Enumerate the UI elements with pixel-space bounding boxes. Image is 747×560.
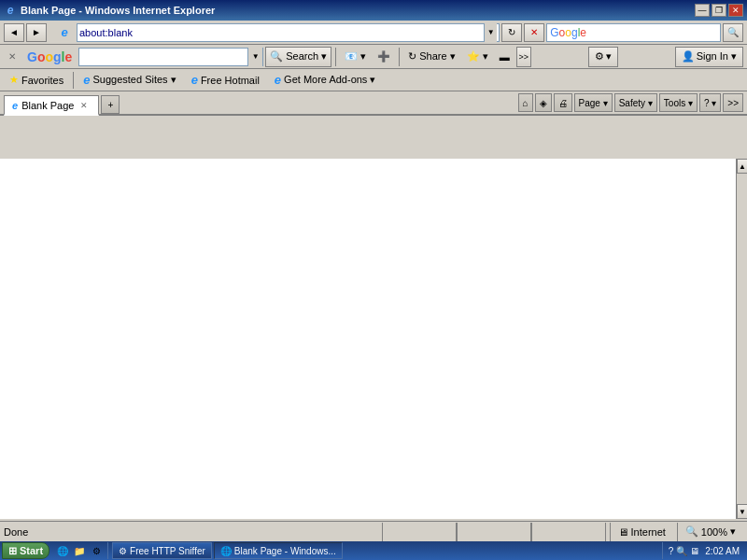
start-button[interactable]: ⊞ Start [2, 542, 49, 559]
favorites-label: Favorites [21, 75, 63, 86]
favorites-button[interactable]: ★ Favorites [4, 71, 69, 90]
zoom-level: 100% [701, 526, 727, 538]
address-input[interactable] [79, 24, 484, 41]
tab-blank-page[interactable]: e Blank Page ✕ [4, 95, 99, 116]
status-zoom[interactable]: 🔍 100% ▾ [677, 523, 743, 541]
quick-launch: 🌐 📁 ⚙ [51, 542, 108, 559]
windows-icon: ⊞ [8, 545, 17, 557]
tab-ie-icon: e [12, 100, 18, 111]
ql-settings-button[interactable]: ⚙ [89, 543, 104, 558]
status-bar: Done 🖥 Internet 🔍 100% ▾ [0, 521, 747, 541]
sign-in-label: Sign In ▾ [697, 50, 737, 63]
ie-hotmail-icon: e [191, 73, 198, 87]
status-div-2 [457, 523, 531, 541]
back-button[interactable]: ◄ [4, 23, 24, 42]
ie-title-icon: e [4, 4, 17, 17]
taskbar: ⊞ Start 🌐 📁 ⚙ ⚙ Free HTTP Sniffer 🌐 Blan… [0, 541, 747, 560]
toolbar-more-button[interactable]: >> [516, 47, 531, 67]
toolbar-search-area[interactable]: ▼ [78, 48, 263, 66]
scroll-down-button[interactable]: ▼ [737, 504, 747, 519]
zoom-icon: 🔍 [685, 525, 698, 538]
title-buttons: — ❐ ✕ [695, 4, 743, 17]
close-button[interactable]: ✕ [728, 4, 743, 17]
tab-bar: e Blank Page ✕ + ⌂ ◈ 🖨 Page ▾ Safety ▾ T… [0, 91, 747, 116]
ie-nav-icon: e [56, 24, 73, 41]
safety-button[interactable]: Safety ▾ [614, 93, 657, 112]
more-button[interactable]: >> [723, 93, 743, 112]
taskbar-items: ⚙ Free HTTP Sniffer 🌐 Blank Page - Windo… [110, 542, 660, 559]
toolbar-email-button[interactable]: 📧 ▾ [340, 47, 371, 67]
title-bar: e Blank Page - Windows Internet Explorer… [0, 0, 747, 21]
address-dropdown[interactable]: ▼ [484, 23, 497, 42]
zoom-dropdown[interactable]: ▾ [730, 525, 736, 538]
scroll-up-button[interactable]: ▲ [737, 159, 747, 174]
tray-help-button[interactable]: ? [669, 546, 674, 556]
tray-network-button[interactable]: 🖥 [690, 546, 699, 556]
toolbar-bookmark2-button[interactable]: ⭐ ▾ [462, 47, 493, 67]
toolbar-close[interactable]: ✕ [4, 47, 21, 67]
get-more-addons-button[interactable]: e Get More Add-ons ▾ [269, 71, 382, 90]
favorites-bar: ★ Favorites e Suggested Sites ▾ e Free H… [0, 69, 747, 91]
toolbar-tools-button[interactable]: ⚙▾ [588, 47, 618, 67]
page-button[interactable]: Page ▾ [574, 93, 613, 112]
ie-taskbar-label: Blank Page - Windows... [234, 546, 336, 556]
tab-close-button[interactable]: ✕ [78, 99, 91, 112]
free-hotmail-button[interactable]: e Free Hotmail [186, 71, 265, 90]
title-text: Blank Page - Windows Internet Explorer [21, 5, 215, 16]
feed-button[interactable]: ◈ [535, 93, 552, 112]
ql-explorer-button[interactable]: 📁 [72, 543, 87, 558]
toolbar-search-button[interactable]: 🔍 Search ▾ [265, 47, 331, 67]
share-label: Share ▾ [419, 50, 455, 63]
suggested-sites-label: Suggested Sites ▾ [92, 74, 176, 86]
nav-bar: ◄ ► e ▼ ↻ ✕ Google 🔍 [0, 21, 747, 45]
wrench-icon: ⚙ [595, 50, 604, 63]
toolbar-bookmark-button[interactable]: ➕ [373, 47, 395, 67]
star-icon: ★ [9, 74, 19, 86]
google-search-input[interactable] [589, 24, 720, 41]
search-icon: 🔍 [727, 27, 739, 37]
system-clock: 2:02 AM [705, 546, 740, 556]
home-button[interactable]: ⌂ [518, 93, 533, 112]
toolbar-share-button[interactable]: ↻ Share ▾ [403, 47, 459, 67]
search-button[interactable]: 🔍 [723, 23, 743, 42]
content-area [0, 159, 736, 519]
fav-separator [73, 72, 74, 89]
system-tray: ? 🔍 🖥 2:02 AM [662, 542, 745, 559]
person-icon: 👤 [682, 50, 695, 63]
ql-ie-button[interactable]: 🌐 [55, 543, 70, 558]
toolbar-search-input[interactable] [79, 49, 247, 65]
help-button[interactable]: ? ▾ [699, 93, 721, 112]
share-icon: ↻ [408, 50, 416, 63]
status-div-3 [531, 523, 606, 541]
tray-search-button[interactable]: 🔍 [676, 546, 687, 556]
stop-button[interactable]: ✕ [524, 23, 544, 42]
title-bar-left: e Blank Page - Windows Internet Explorer [4, 4, 215, 17]
taskbar-ie[interactable]: 🌐 Blank Page - Windows... [214, 542, 343, 559]
toolbar-layout-button[interactable]: ▬ [495, 47, 514, 67]
taskbar-sniffer[interactable]: ⚙ Free HTTP Sniffer [112, 542, 212, 559]
minimize-button[interactable]: — [695, 4, 710, 17]
address-bar[interactable]: ▼ [77, 23, 500, 42]
start-label: Start [20, 545, 43, 556]
sniffer-label: Free HTTP Sniffer [130, 546, 205, 556]
google-toolbar: ✕ Google ▼ 🔍 Search ▾ 📧 ▾ ➕ ↻ Share ▾ ⭐ … [0, 45, 747, 69]
separator-1 [335, 48, 336, 66]
print-button[interactable]: 🖨 [554, 93, 572, 112]
tools-button[interactable]: Tools ▾ [659, 93, 698, 112]
search-label: Search ▾ [286, 50, 327, 63]
google-search-bar[interactable]: Google [546, 23, 721, 42]
forward-button[interactable]: ► [26, 23, 47, 42]
sign-in-button[interactable]: 👤 Sign In ▾ [675, 47, 743, 67]
scrollbar[interactable]: ▲ ▼ [736, 159, 747, 519]
restore-button[interactable]: ❐ [712, 4, 726, 17]
dropdown-arrow: ▾ [606, 50, 612, 63]
status-div-1 [382, 523, 457, 541]
google-logo: Google [27, 49, 72, 64]
suggested-sites-button[interactable]: e Suggested Sites ▾ [78, 71, 181, 90]
toolbar-search-dropdown[interactable]: ▼ [247, 48, 262, 66]
command-bar: ⌂ ◈ 🖨 Page ▾ Safety ▾ Tools ▾ ? ▾ >> [518, 93, 743, 114]
free-hotmail-label: Free Hotmail [201, 75, 260, 86]
refresh-button[interactable]: ↻ [501, 23, 522, 42]
new-tab-button[interactable]: + [101, 95, 120, 114]
ie-taskbar-icon: 🌐 [220, 546, 232, 556]
